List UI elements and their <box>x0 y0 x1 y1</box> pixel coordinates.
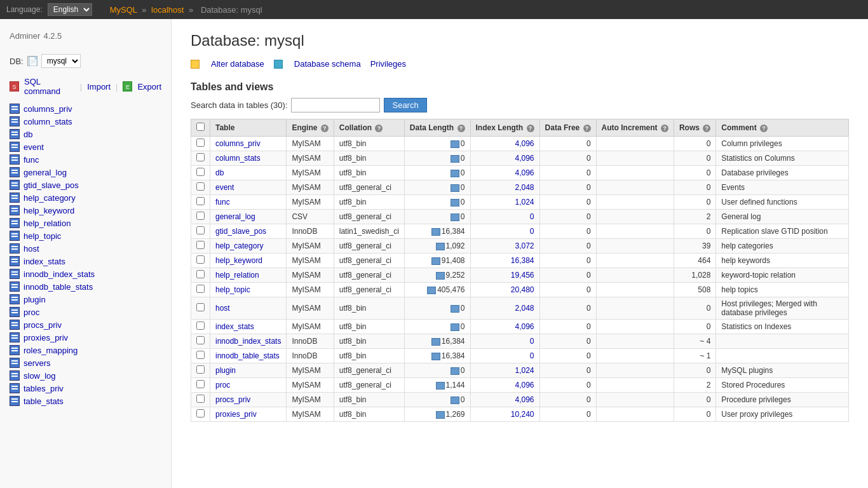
alter-database-link[interactable]: Alter database <box>211 59 264 69</box>
sidebar-item[interactable]: tables_priv <box>0 382 171 395</box>
data-free-help-icon[interactable]: ? <box>583 125 591 132</box>
row-checkbox[interactable] <box>196 197 205 205</box>
data-length-help-icon[interactable]: ? <box>458 125 465 132</box>
row-checkbox[interactable] <box>196 212 205 220</box>
row-checkbox[interactable] <box>196 395 205 403</box>
sidebar-item[interactable]: innodb_table_stats <box>0 280 171 293</box>
sidebar-table-link[interactable]: servers <box>24 358 51 368</box>
sidebar-item[interactable]: proxies_priv <box>0 331 171 344</box>
auto-increment-help-icon[interactable]: ? <box>661 125 668 132</box>
sidebar-table-link[interactable]: general_log <box>24 168 67 177</box>
db-select[interactable]: mysql <box>41 54 81 68</box>
sidebar-table-link[interactable]: roles_mapping <box>24 346 78 355</box>
table-name-link[interactable]: event <box>215 183 234 192</box>
table-name-link[interactable]: func <box>215 198 230 207</box>
sidebar-table-link[interactable]: proxies_priv <box>24 333 68 342</box>
row-checkbox[interactable] <box>196 365 205 374</box>
database-schema-link[interactable]: Database schema <box>294 59 361 69</box>
sidebar-table-link[interactable]: procs_priv <box>24 320 62 330</box>
sidebar-table-link[interactable]: innodb_table_stats <box>24 282 93 292</box>
sidebar-item[interactable]: func <box>0 153 171 166</box>
sidebar-item[interactable]: columns_priv <box>0 102 171 115</box>
table-name-link[interactable]: help_relation <box>215 271 259 280</box>
sidebar-item[interactable]: general_log <box>0 166 171 179</box>
row-checkbox[interactable] <box>196 380 205 388</box>
sidebar-table-link[interactable]: func <box>24 155 39 165</box>
table-name-link[interactable]: gtid_slave_pos <box>215 227 266 236</box>
table-name-link[interactable]: help_keyword <box>215 256 262 265</box>
sidebar-item[interactable]: plugin <box>0 293 171 306</box>
sidebar-table-link[interactable]: column_stats <box>24 117 72 126</box>
table-name-link[interactable]: columns_priv <box>215 139 261 148</box>
row-checkbox[interactable] <box>196 168 205 176</box>
sidebar-item[interactable]: host <box>0 242 171 255</box>
sidebar-table-link[interactable]: help_keyword <box>24 206 74 215</box>
breadcrumb-localhost[interactable]: localhost <box>151 5 184 15</box>
language-select[interactable]: English <box>48 3 92 16</box>
sidebar-table-link[interactable]: gtid_slave_pos <box>24 180 79 190</box>
row-checkbox[interactable] <box>196 285 205 293</box>
table-name-link[interactable]: index_stats <box>215 322 254 331</box>
row-checkbox[interactable] <box>196 182 205 191</box>
table-name-link[interactable]: column_stats <box>215 154 261 163</box>
sidebar-table-link[interactable]: columns_priv <box>24 104 72 114</box>
sidebar-table-link[interactable]: plugin <box>24 295 46 304</box>
row-checkbox[interactable] <box>196 409 205 417</box>
table-name-link[interactable]: db <box>215 168 224 177</box>
sidebar-table-link[interactable]: event <box>24 142 44 152</box>
sidebar-table-link[interactable]: host <box>24 244 39 254</box>
row-checkbox[interactable] <box>196 336 205 344</box>
sidebar-item[interactable]: roles_mapping <box>0 344 171 356</box>
comment-help-icon[interactable]: ? <box>760 125 768 132</box>
collation-help-icon[interactable]: ? <box>375 125 383 132</box>
search-input[interactable] <box>291 98 380 112</box>
export-link[interactable]: Export <box>137 82 161 92</box>
row-checkbox[interactable] <box>196 139 205 147</box>
sidebar-item[interactable]: db <box>0 128 171 140</box>
table-name-link[interactable]: innodb_index_stats <box>215 337 281 346</box>
sidebar-item[interactable]: table_stats <box>0 395 171 407</box>
row-checkbox[interactable] <box>196 351 205 359</box>
table-name-link[interactable]: general_log <box>215 212 255 221</box>
row-checkbox[interactable] <box>196 241 205 249</box>
sidebar-table-link[interactable]: help_relation <box>24 219 71 228</box>
sidebar-table-link[interactable]: help_category <box>24 193 76 203</box>
table-name-link[interactable]: innodb_table_stats <box>215 351 280 360</box>
engine-help-icon[interactable]: ? <box>321 125 329 132</box>
table-name-link[interactable]: proc <box>215 381 230 390</box>
sidebar-item[interactable]: slow_log <box>0 369 171 382</box>
index-length-help-icon[interactable]: ? <box>527 125 534 132</box>
row-checkbox[interactable] <box>196 270 205 278</box>
row-checkbox[interactable] <box>196 226 205 234</box>
sidebar-table-link[interactable]: help_topic <box>24 231 61 241</box>
sidebar-table-link[interactable]: db <box>24 130 32 139</box>
table-name-link[interactable]: help_topic <box>215 285 250 294</box>
sidebar-item[interactable]: gtid_slave_pos <box>0 179 171 191</box>
sidebar-table-link[interactable]: table_stats <box>24 396 64 406</box>
sidebar-table-link[interactable]: innodb_index_stats <box>24 269 95 279</box>
search-button[interactable]: Search <box>384 98 426 112</box>
sidebar-item[interactable]: index_stats <box>0 255 171 268</box>
sidebar-item[interactable]: help_relation <box>0 217 171 229</box>
rows-help-icon[interactable]: ? <box>703 125 710 132</box>
table-name-link[interactable]: plugin <box>215 366 236 375</box>
sidebar-table-link[interactable]: index_stats <box>24 257 65 266</box>
sidebar-item[interactable]: proc <box>0 306 171 318</box>
row-checkbox[interactable] <box>196 255 205 264</box>
sidebar-item[interactable]: help_topic <box>0 229 171 242</box>
sidebar-item[interactable]: servers <box>0 356 171 369</box>
row-checkbox[interactable] <box>196 322 205 330</box>
sidebar-item[interactable]: help_category <box>0 191 171 204</box>
select-all-checkbox[interactable] <box>196 123 205 131</box>
sidebar-table-link[interactable]: slow_log <box>24 371 56 381</box>
table-name-link[interactable]: proxies_priv <box>215 410 257 419</box>
row-checkbox[interactable] <box>196 303 205 311</box>
sidebar-item[interactable]: event <box>0 140 171 153</box>
sidebar-table-link[interactable]: proc <box>24 308 39 317</box>
sql-command-link[interactable]: SQL command <box>24 77 75 96</box>
table-name-link[interactable]: procs_priv <box>215 395 250 404</box>
sidebar-item[interactable]: procs_priv <box>0 318 171 331</box>
table-name-link[interactable]: host <box>215 304 230 313</box>
sidebar-item[interactable]: innodb_index_stats <box>0 268 171 280</box>
import-link[interactable]: Import <box>87 82 111 92</box>
